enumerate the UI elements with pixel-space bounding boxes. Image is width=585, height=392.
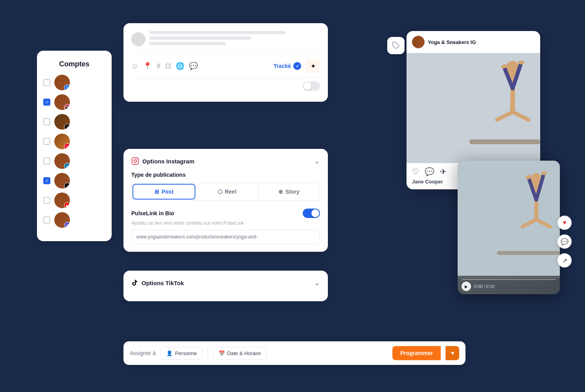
compose-toggle[interactable] xyxy=(303,81,320,91)
pulse-link-url-input[interactable] xyxy=(131,230,320,244)
tag-button[interactable] xyxy=(387,37,405,54)
share-icon[interactable]: ✈ xyxy=(440,167,447,176)
story-icon: ⊕ xyxy=(278,189,283,195)
compose-header xyxy=(131,31,320,48)
divider xyxy=(208,347,208,359)
yoga-figure-svg xyxy=(407,53,540,163)
play-button[interactable]: ▶ xyxy=(462,282,471,291)
account-row-facebook: f xyxy=(43,75,105,90)
pulse-link-desc: Ajoutez un lien vers votre contenu sur v… xyxy=(131,220,320,226)
assign-person-button[interactable]: 👤 Personne xyxy=(160,347,203,360)
avatar-linkedin: in xyxy=(54,153,70,169)
instagram-chevron-icon[interactable]: ⌄ xyxy=(314,157,320,165)
platform-badge-youtube: ▶ xyxy=(64,202,70,208)
instagram-panel-header-left: Options Instagram xyxy=(131,157,195,165)
account-row-twitter: 𝕏 xyxy=(43,114,105,130)
checkbox-linkedin[interactable] xyxy=(43,158,50,165)
video-yoga-svg xyxy=(458,161,560,278)
ig-username: Yoga & Sneakers IG xyxy=(428,39,476,45)
programmer-button[interactable]: Programmer xyxy=(392,346,441,360)
tracked-check-icon: ✓ xyxy=(293,62,301,70)
platform-badge-twitter: 𝕏 xyxy=(64,124,70,130)
side-comment-button[interactable]: 💬 xyxy=(557,234,572,249)
instagram-panel-header: Options Instagram ⌄ xyxy=(131,157,320,165)
tiktok-panel-title: Options TikTok xyxy=(142,280,184,286)
toggle-row xyxy=(131,78,320,94)
compose-avatar xyxy=(131,32,145,46)
tiktok-panel-header: Options TikTok ⌄ xyxy=(131,278,320,287)
like-icon[interactable]: ♡ xyxy=(412,167,419,176)
story-label: Story xyxy=(285,189,300,195)
pulse-link-toggle[interactable] xyxy=(303,209,320,218)
compose-toolbar: ☺ 📍 # ⊡ 🌐 💬 Tracké ✓ ✦ xyxy=(131,54,320,78)
side-like-button[interactable]: ♥ xyxy=(557,216,572,230)
comment-action-icon[interactable]: 💬 xyxy=(425,167,434,176)
tab-reel[interactable]: ⬡ Reel xyxy=(196,183,258,200)
platform-badge-pinterest: P xyxy=(64,143,70,149)
checkbox-tiktok[interactable] xyxy=(43,177,50,184)
tracked-label: Tracké xyxy=(274,63,291,69)
ig-preview-header: Yoga & Sneakers IG xyxy=(407,31,540,53)
svg-rect-13 xyxy=(469,139,540,144)
calendar-icon: 📅 xyxy=(219,350,225,356)
account-row-instagram: 📷 xyxy=(43,94,105,110)
checkbox-threads[interactable] xyxy=(43,216,50,223)
tab-story[interactable]: ⊕ Story xyxy=(258,183,320,200)
globe-icon[interactable]: 🌐 xyxy=(176,62,184,70)
avatar-youtube: ▶ xyxy=(54,192,70,208)
placeholder-line-3 xyxy=(149,42,226,45)
person-icon: 👤 xyxy=(166,350,173,356)
location-icon[interactable]: 📍 xyxy=(143,62,152,70)
tag-icon xyxy=(392,42,400,49)
checkbox-instagram[interactable] xyxy=(43,99,50,106)
account-row-linkedin: in xyxy=(43,153,105,169)
platform-badge-tiktok: ♪ xyxy=(64,183,70,189)
pulse-link-toggle-knob xyxy=(311,209,319,217)
svg-point-2 xyxy=(134,160,137,163)
svg-rect-1 xyxy=(132,158,139,165)
mention-icon[interactable]: ⊡ xyxy=(165,62,171,70)
checkbox-pinterest[interactable] xyxy=(43,138,50,145)
emoji-icon[interactable]: ☺ xyxy=(131,62,138,70)
avatar-instagram: 📷 xyxy=(54,94,70,110)
toggle-knob xyxy=(304,82,311,90)
side-share-button[interactable]: ↗ xyxy=(557,253,572,267)
magic-button[interactable]: ✦ xyxy=(306,59,320,73)
video-time: 0:00 / 0:10 xyxy=(474,284,495,289)
date-schedule-button[interactable]: 📅 Date & Horaire xyxy=(213,347,267,360)
pulse-link-row: PulseLink in Bio xyxy=(131,209,320,218)
type-label: Type de publications xyxy=(131,172,320,178)
avatar-tiktok: ♪ xyxy=(54,173,70,189)
compose-text-area xyxy=(149,31,320,48)
avatar-twitter: 𝕏 xyxy=(54,114,70,130)
compose-panel: ☺ 📍 # ⊡ 🌐 💬 Tracké ✓ ✦ xyxy=(123,23,328,102)
tiktok-options-panel: Options TikTok ⌄ xyxy=(123,271,328,301)
post-type-tabs: ⊞ Post ⬡ Reel ⊕ Story xyxy=(131,183,320,201)
tiktok-panel-header-left: Options TikTok xyxy=(131,279,184,286)
checkbox-youtube[interactable] xyxy=(43,197,50,204)
svg-rect-23 xyxy=(497,251,560,255)
accounts-title: Comptes xyxy=(43,60,105,68)
video-controls: ▶ 0:00 / 0:10 xyxy=(458,276,560,294)
comment-icon[interactable]: 💬 xyxy=(189,62,198,70)
reel-label: Reel xyxy=(225,189,237,195)
account-row-youtube: ▶ xyxy=(43,192,105,208)
action-bar: Assigner à 👤 Personne 📅 Date & Horaire P… xyxy=(123,341,465,365)
tiktok-chevron-icon[interactable]: ⌄ xyxy=(314,278,320,287)
programmer-chevron-button[interactable]: ▼ xyxy=(445,346,459,360)
platform-badge-linkedin: in xyxy=(64,163,70,169)
ig-post-image xyxy=(407,53,540,163)
post-label: Post xyxy=(162,189,173,195)
svg-rect-14 xyxy=(458,161,560,278)
video-progress-bar[interactable] xyxy=(462,279,556,280)
account-row-pinterest: P xyxy=(43,134,105,149)
avatar-facebook: f xyxy=(54,75,70,90)
hashtag-icon[interactable]: # xyxy=(156,62,160,70)
side-icons: ♥ 💬 ↗ xyxy=(557,216,572,267)
play-icon: ▶ xyxy=(465,284,468,289)
checkbox-twitter[interactable] xyxy=(43,118,50,125)
video-preview: ▶ 0:00 / 0:10 xyxy=(458,161,560,294)
tab-post[interactable]: ⊞ Post xyxy=(132,184,195,200)
platform-badge-facebook: f xyxy=(64,84,70,90)
checkbox-facebook[interactable] xyxy=(43,79,50,86)
